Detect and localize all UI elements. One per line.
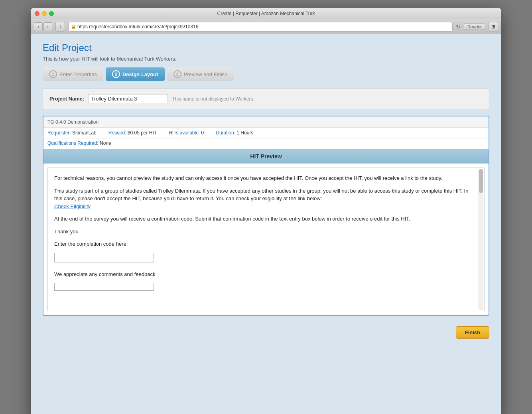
hits-available-value: 0 [201, 130, 204, 136]
page-subtitle: This is how your HIT will look to Mechan… [43, 56, 489, 62]
duration-label: Duration: [216, 130, 235, 136]
requester-value: SlomanLab [72, 130, 97, 136]
comments-input[interactable] [54, 283, 154, 291]
step-2-button[interactable]: 2 Design Layout [106, 67, 165, 81]
back-button[interactable]: ‹ [34, 22, 43, 31]
hit-reward: Reward: $0.05 per HIT [108, 130, 157, 136]
extensions-button[interactable]: ⊞ [489, 22, 498, 32]
step-2-label: Design Layout [122, 71, 158, 77]
hit-requester: Requester: SlomanLab [47, 130, 97, 136]
address-text: https requestersandbox.mturk.com/create/… [77, 24, 450, 30]
hit-preview-header: HIT Preview [43, 149, 489, 164]
hit-container: TG 0.4.0 Demonstration Requester: Sloman… [43, 116, 489, 316]
window-title: Create | Requester | Amazon Mechanical T… [217, 11, 315, 16]
hit-qualifications-row: Qualifications Required: None [43, 138, 489, 149]
mac-window: Create | Requester | Amazon Mechanical T… [31, 8, 501, 414]
project-name-card: Project Name: Trolley Dilemmata 3 This n… [43, 88, 489, 109]
minimize-button[interactable] [42, 11, 47, 16]
step-3-label: Preview and Finish [184, 71, 228, 77]
page-title: Edit Project [43, 42, 489, 53]
scrollbar-thumb[interactable] [479, 169, 483, 193]
hit-demo-label: TG 0.4.0 Demonstration [47, 119, 99, 125]
forward-button[interactable]: › [43, 22, 52, 31]
hit-para-3: At the end of the survey you will receiv… [54, 215, 478, 223]
project-name-value: Trolley Dilemmata 3 [88, 94, 168, 103]
code-entry-label: Enter the completion code here: [54, 240, 478, 248]
browser-toolbar: ‹ › ↑ 🔒 https requestersandbox.mturk.com… [31, 19, 501, 34]
hit-para-2: This study is part of a group of studies… [54, 187, 478, 211]
hit-meta-row: Requester: SlomanLab Reward: $0.05 per H… [43, 128, 489, 138]
project-name-label: Project Name: [49, 96, 84, 102]
code-input[interactable] [54, 253, 154, 262]
reward-value: $0.05 per HIT [128, 130, 157, 136]
reward-label: Reward: [108, 130, 126, 136]
hit-preview-body: For technical reasons, you cannot previe… [47, 168, 485, 311]
hit-header: TG 0.4.0 Demonstration [43, 116, 489, 128]
scrollbar-track[interactable] [479, 169, 483, 310]
maximize-button[interactable] [49, 11, 54, 16]
hits-available-label: HITs available: [169, 130, 200, 136]
hit-available: HITs available: 0 [169, 130, 204, 136]
project-name-hint: This name is not displayed to Workers. [172, 96, 254, 102]
step-1-button[interactable]: 1 Enter Properties [43, 67, 103, 81]
finish-button[interactable]: Finish [456, 326, 489, 339]
share-button[interactable]: ↑ [55, 22, 65, 32]
step-1-label: Enter Properties [59, 71, 97, 77]
refresh-button[interactable]: ↻ [456, 24, 461, 30]
project-name-row: Project Name: Trolley Dilemmata 3 This n… [49, 94, 483, 103]
traffic-lights [35, 11, 54, 16]
hit-thank-you: Thank you. [54, 228, 478, 236]
hit-para-2-text: This study is part of a group of studies… [54, 188, 468, 202]
step-2-circle: 2 [112, 70, 120, 78]
step-1-circle: 1 [49, 70, 57, 78]
reader-button[interactable]: Reader [464, 24, 485, 30]
finish-row: Finish [43, 322, 489, 339]
page-content: Edit Project This is how your HIT will l… [31, 34, 501, 414]
title-bar: Create | Requester | Amazon Mechanical T… [31, 8, 501, 19]
qualifications-label: Qualifications Required: [47, 140, 98, 146]
duration-value: 1 Hours [236, 130, 253, 136]
close-button[interactable] [35, 11, 39, 16]
step-3-button[interactable]: 3 Preview and Finish [167, 67, 234, 81]
qualifications-value: None [100, 140, 111, 146]
check-eligibility-link[interactable]: Check Eligibility [54, 203, 91, 209]
hit-duration: Duration: 1 Hours [216, 130, 253, 136]
address-bar[interactable]: 🔒 https requestersandbox.mturk.com/creat… [68, 22, 453, 32]
lock-icon: 🔒 [71, 24, 76, 29]
nav-buttons: ‹ › [34, 22, 52, 31]
comments-label: We appreciate any comments and feedback: [54, 270, 478, 278]
steps-bar: 1 Enter Properties 2 Design Layout 3 Pre… [43, 67, 489, 81]
requester-label: Requester: [47, 130, 71, 136]
hit-para-1: For technical reasons, you cannot previe… [54, 174, 478, 182]
step-3-circle: 3 [173, 70, 181, 78]
